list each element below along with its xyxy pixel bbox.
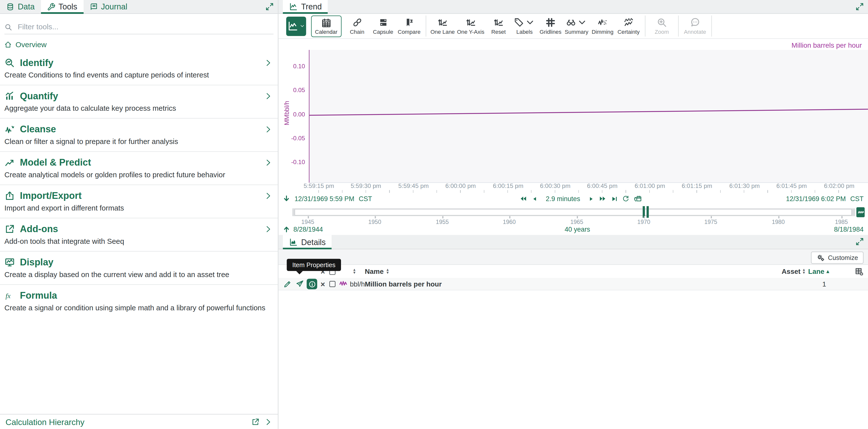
chevron-right-icon xyxy=(264,125,272,133)
range-start-arrow-icon[interactable] xyxy=(283,194,290,203)
chain-icon xyxy=(352,17,362,28)
tool-desc: Create analytical models or golden profi… xyxy=(4,171,274,179)
column-header-asset[interactable]: Asset xyxy=(782,265,801,278)
plot-area[interactable] xyxy=(309,50,868,183)
column-header-name[interactable]: Name xyxy=(365,265,384,278)
reset-button[interactable]: Reset xyxy=(486,15,512,37)
investigate-range-start[interactable]: 8/28/1944 xyxy=(293,225,323,233)
tab-trend[interactable]: Trend xyxy=(283,0,328,13)
customize-button[interactable]: Customize xyxy=(811,252,864,264)
identify-icon xyxy=(4,58,15,68)
sidebar-item-model-predict[interactable]: Model & Predict Create analytical models… xyxy=(0,151,278,184)
certainty-button[interactable]: Certainty xyxy=(616,15,642,37)
sort-icon[interactable]: ▲▼ xyxy=(386,268,390,274)
tab-details[interactable]: Details xyxy=(283,235,332,249)
tab-data[interactable]: Data xyxy=(0,0,41,13)
remove-item-icon[interactable]: × xyxy=(320,278,325,290)
sidebar-item-overview[interactable]: Overview xyxy=(4,40,46,49)
details-table-row[interactable]: × bbl/h Million barrels per hour 1 xyxy=(279,278,868,290)
row-name[interactable]: Million barrels per hour xyxy=(365,278,442,290)
fast-forward-icon[interactable] xyxy=(598,195,607,202)
edit-pencil-icon[interactable] xyxy=(283,280,292,288)
tab-tools-label: Tools xyxy=(59,2,78,11)
book-icon xyxy=(89,2,97,11)
tab-details-label: Details xyxy=(301,237,326,246)
sidebar-item-add-ons[interactable]: Add-ons Add-on tools that integrate with… xyxy=(0,218,278,251)
timeline-end-handle[interactable] xyxy=(856,207,865,217)
copy-range-calendar-icon[interactable] xyxy=(634,194,642,203)
reset-icon xyxy=(493,17,504,28)
tab-journal[interactable]: Journal xyxy=(83,0,133,13)
trend-expand-icon[interactable] xyxy=(855,2,864,11)
item-properties-button[interactable] xyxy=(307,279,317,289)
tool-title: Cleanse xyxy=(20,124,56,135)
one-y-axis-button[interactable]: One Y-Axis xyxy=(456,15,485,37)
calendar-button[interactable]: Calendar xyxy=(311,15,341,37)
row-lane: 1 xyxy=(820,278,829,290)
x-tick-label: 6:02:00 pm xyxy=(816,182,862,189)
quantify-icon xyxy=(4,91,15,101)
trend-chart[interactable]: Million barrels per hour MMbbl/h 0.10 0.… xyxy=(279,39,868,193)
sidebar-item-identify[interactable]: Identify Create Conditions to find event… xyxy=(0,52,278,85)
one-y-axis-icon xyxy=(465,17,476,28)
sidebar-item-display[interactable]: Display Create a display based on the cu… xyxy=(0,251,278,284)
tool-desc: Clean or filter a signal to prepare it f… xyxy=(4,138,274,146)
fast-back-icon[interactable] xyxy=(519,195,527,202)
tab-tools[interactable]: Tools xyxy=(41,0,83,13)
y-tick-label: 0.05 xyxy=(279,86,305,93)
compare-button[interactable]: Compare xyxy=(396,15,422,37)
column-header-lane[interactable]: Lane xyxy=(808,265,824,278)
sidebar-item-formula[interactable]: Formula Create a signal or condition usi… xyxy=(0,284,278,317)
sidebar-item-quantify[interactable]: Quantify Aggregate your data to calculat… xyxy=(0,85,278,118)
details-expand-icon[interactable] xyxy=(855,237,864,246)
x-tick-label: 5:59:30 pm xyxy=(343,182,389,189)
calculation-hierarchy-row[interactable]: Calculation Hierarchy xyxy=(0,414,278,429)
formula-icon xyxy=(4,290,15,301)
trend-tabbar: Trend xyxy=(279,0,868,14)
sidebar-item-import-export[interactable]: Import/Export Import and export in diffe… xyxy=(0,184,278,218)
skip-to-end-icon[interactable] xyxy=(611,195,618,202)
display-range-end[interactable]: 12/31/1969 6:02 PM xyxy=(786,195,846,203)
display-range-start-tz: CST xyxy=(359,195,372,203)
chain-button[interactable]: Chain xyxy=(344,15,370,37)
dimming-button[interactable]: Dimming xyxy=(589,15,616,37)
chevron-right-icon[interactable] xyxy=(264,418,272,426)
step-back-icon[interactable] xyxy=(532,195,537,202)
sidebar-expand-icon[interactable] xyxy=(265,2,274,11)
sidebar-item-cleanse[interactable]: Cleanse Clean or filter a signal to prep… xyxy=(0,118,278,151)
timeline-selected-range[interactable] xyxy=(294,209,852,216)
toolbar-divider xyxy=(678,16,679,36)
trend-panel: Trend Calendar Chain Capsule xyxy=(279,0,868,429)
gridlines-button[interactable]: Gridlines xyxy=(537,15,563,37)
x-tick-label: 6:00:45 pm xyxy=(579,182,625,189)
display-range-start[interactable]: 12/31/1969 5:59 PM xyxy=(294,195,354,203)
one-lane-button[interactable]: One Lane xyxy=(429,15,456,37)
trend-view-dropdown-button[interactable] xyxy=(286,17,306,36)
investigate-range-end[interactable]: 8/18/1984 xyxy=(834,225,864,233)
sort-icon[interactable]: ▲▼ xyxy=(802,268,806,274)
details-table-header: × ▲▼ Name ▲▼ Asset ▲▼ Lane ▲ xyxy=(279,265,868,279)
wrench-icon xyxy=(47,2,55,11)
row-checkbox[interactable] xyxy=(329,278,336,290)
rocket-send-icon[interactable] xyxy=(296,280,304,288)
tab-journal-label: Journal xyxy=(101,2,127,11)
import-export-icon xyxy=(4,191,15,201)
item-properties-tooltip: Item Properties xyxy=(287,259,341,271)
capsule-button[interactable]: Capsule xyxy=(370,15,396,37)
step-forward-icon[interactable] xyxy=(589,195,594,202)
filter-tools-input[interactable] xyxy=(17,22,274,31)
summary-button[interactable]: Summary xyxy=(563,15,589,37)
refresh-icon[interactable] xyxy=(622,195,629,202)
external-link-icon[interactable] xyxy=(251,418,259,426)
investigate-range-span[interactable]: 40 years xyxy=(565,225,590,233)
labels-button[interactable]: Labels xyxy=(512,15,537,37)
filter-tools-row xyxy=(4,20,274,34)
sort-icon[interactable]: ▲▼ xyxy=(353,268,356,274)
display-range-duration[interactable]: 2.9 minutes xyxy=(546,195,580,203)
range-start-up-arrow-icon[interactable] xyxy=(283,225,290,233)
add-column-icon[interactable] xyxy=(855,267,864,276)
chevron-right-icon xyxy=(264,92,272,100)
sort-ascending-icon[interactable]: ▲ xyxy=(825,265,830,278)
x-tick-label: 6:01:15 pm xyxy=(674,182,720,189)
tab-data-label: Data xyxy=(18,2,34,11)
